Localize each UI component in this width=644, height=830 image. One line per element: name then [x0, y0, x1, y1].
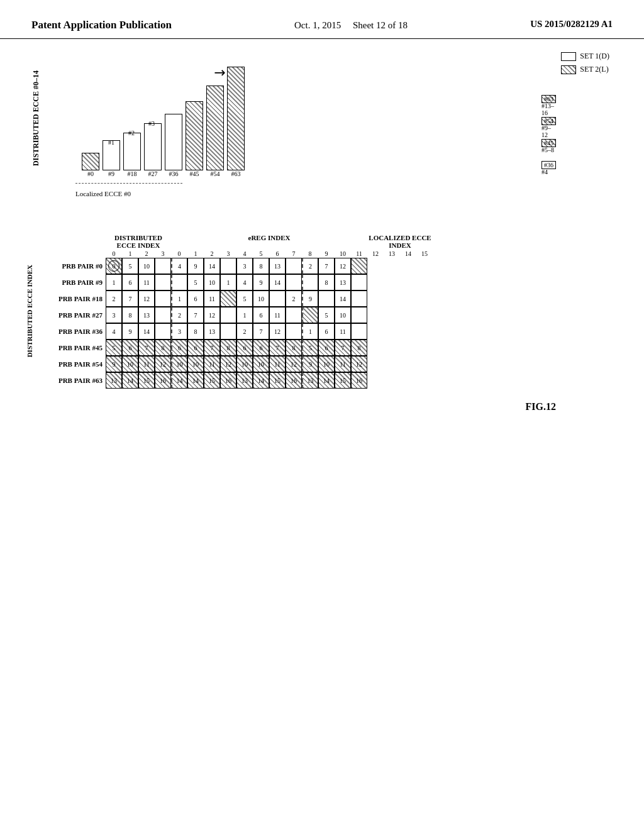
col-numbers-row: 0 1 2 3 0 1 2 3 4 5 6 7 8 9 10 [106, 250, 433, 257]
table-cell: 13 [106, 372, 122, 389]
ereg-col-2: 2 [204, 250, 220, 257]
loc-col-0: 12 [367, 250, 384, 257]
table-cell: 1 [171, 290, 187, 307]
table-cell: 15 [335, 372, 351, 389]
table-cell [269, 290, 286, 307]
table-cell: 6 [236, 340, 253, 356]
bar-group-63: #63 [227, 67, 245, 177]
table-cell: 1 [220, 274, 236, 290]
ecce-label-2: #2 [128, 130, 135, 136]
ereg-top-label: eREG INDEX [171, 234, 367, 249]
table-cell [155, 258, 171, 274]
bar-63 [227, 67, 245, 170]
table-cell: 10 [318, 356, 335, 372]
table-cell [286, 258, 302, 274]
ereg-col-8: 8 [302, 250, 318, 257]
table-cell: 7 [122, 290, 138, 307]
bar-0 [82, 153, 99, 170]
table-cell: 8 [220, 340, 236, 356]
table-cell: 2 [236, 323, 253, 340]
table-cell [220, 307, 236, 323]
ereg-col-6: 6 [269, 250, 286, 257]
table-cell [155, 290, 171, 307]
table-cell: 8 [351, 340, 367, 356]
table-cell: 13 [138, 307, 155, 323]
table-rows: PRB PAIR #00510491438132712PRB PAIR #916… [36, 258, 433, 389]
publication-date: Oct. 1, 2015 [294, 20, 341, 30]
table-cell [302, 274, 318, 290]
bar-label-27: #27 [148, 170, 158, 177]
table-cell: 2 [171, 307, 187, 323]
publication-title: Patent Application Publication [31, 19, 172, 31]
table-cell: 11 [138, 274, 155, 290]
table-cell: 3 [236, 258, 253, 274]
table-cell: 14 [187, 372, 204, 389]
table-row: PRB PAIR #27381327121611510 [36, 307, 433, 323]
loc-col-headers: 12 13 14 15 [367, 250, 433, 257]
bar-group-27: #27 [144, 123, 162, 177]
table-cell: 7 [318, 258, 335, 274]
ereg-col-9: 9 [318, 250, 335, 257]
table-cell: 8 [122, 307, 138, 323]
table-cell: 11 [269, 307, 286, 323]
fig-label: FIG.12 [25, 401, 556, 412]
table-cell: 13 [302, 372, 318, 389]
table-cell: 14 [318, 372, 335, 389]
bar-group-54: #54 [206, 86, 224, 177]
ereg-col-4: 4 [236, 250, 253, 257]
table-cell: 0 [106, 258, 122, 274]
ecce-range-36: #36 #4 [541, 162, 556, 175]
bar-54 [206, 86, 224, 170]
table-cell: 12 [335, 258, 351, 274]
bar-27 [144, 123, 162, 170]
table-cell: 12 [220, 356, 236, 372]
ereg-col-11: 11 [351, 250, 367, 257]
table-cell: 10 [335, 307, 351, 323]
table-cell: 6 [187, 340, 204, 356]
table-row: PRB PAIR #9161151014914813 [36, 274, 433, 290]
table-cell [351, 258, 367, 274]
ecce-range-63: #63 #13–16 [541, 96, 556, 116]
loc-col-1: 13 [384, 250, 400, 257]
bar-36 [165, 114, 182, 170]
table-cell: 5 [187, 274, 204, 290]
ecce-label-1: #1 [108, 139, 114, 146]
dist-col-headers: 0 1 2 3 [106, 250, 171, 257]
table-cell: 10 [138, 258, 155, 274]
table-cell: 12 [204, 307, 220, 323]
table-cell: 6 [318, 323, 335, 340]
bars-hatched-container: #45 #54 #63 [186, 67, 245, 177]
table-cell: 3 [106, 307, 122, 323]
bar-group-18: #18 [123, 133, 141, 177]
header-center: Oct. 1, 2015 Sheet 12 of 18 [294, 19, 408, 32]
table-cell: 16 [351, 372, 367, 389]
table-cell: 15 [204, 372, 220, 389]
localized-ecce-label: Localized ECCE #0 [75, 190, 131, 197]
table-cell: 10 [171, 356, 187, 372]
row-label: PRB PAIR #36 [36, 328, 106, 335]
table-cell: 12 [155, 356, 171, 372]
table-row: PRB PAIR #631314151614141516131415161314… [36, 372, 433, 389]
table-cell [286, 274, 302, 290]
table-cell: 14 [122, 372, 138, 389]
dist-index-vert-label-wrapper: DISTRIBUTED ECCE INDEX [25, 234, 34, 389]
index-labels-row: DISTRIBUTED ECCE INDEX eREG INDEX LOCALI… [106, 234, 433, 249]
table-cell [220, 290, 236, 307]
row-label: PRB PAIR #0 [36, 262, 106, 270]
bar-group-36: #36 [165, 114, 182, 177]
table-cell: 5 [122, 258, 138, 274]
table-cell: 14 [204, 258, 220, 274]
table-cell: 12 [351, 356, 367, 372]
table-cell: 11 [204, 356, 220, 372]
table-cell [155, 323, 171, 340]
table-row: PRB PAIR #00510491438132712 [36, 258, 433, 274]
table-cell: 7 [204, 340, 220, 356]
bar-group-0: #0 [82, 153, 99, 177]
row-label: PRB PAIR #18 [36, 295, 106, 302]
table-cell: 7 [138, 340, 155, 356]
table-cell: 9 [302, 356, 318, 372]
table-cell: 2 [302, 258, 318, 274]
distributed-ecce-label: DISTRIBUTED ECCE #0–14 [31, 70, 41, 166]
ereg-col-0: 0 [171, 250, 187, 257]
loc-col-3: 15 [416, 250, 433, 257]
